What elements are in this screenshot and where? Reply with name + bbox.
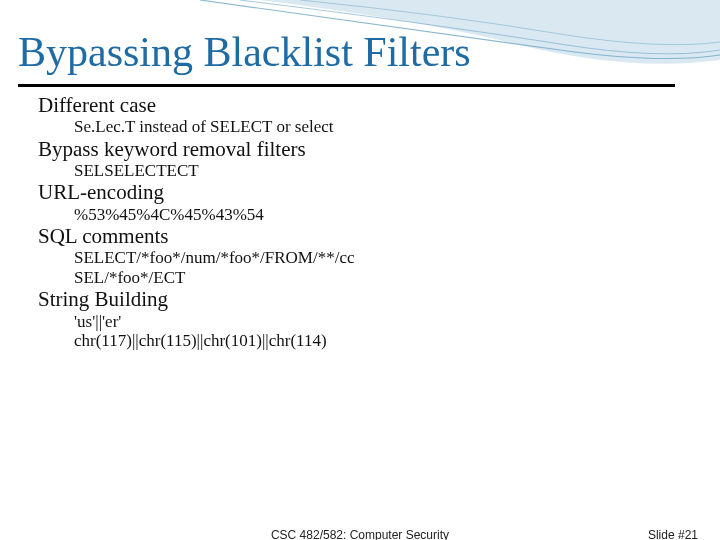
section-item: SELSELECTECT	[74, 161, 702, 181]
section-heading: Bypass keyword removal filters	[38, 137, 702, 161]
section-item: SEL/*foo*/ECT	[74, 268, 702, 288]
title-underline	[18, 84, 675, 87]
section-item: Se.Lec.T instead of SELECT or select	[74, 117, 702, 137]
section-heading: URL-encoding	[38, 180, 702, 204]
section-item: SELECT/*foo*/num/*foo*/FROM/**/cc	[74, 248, 702, 268]
footer-slide-number: Slide #21	[648, 528, 698, 540]
footer-course: CSC 482/582: Computer Security	[0, 528, 720, 540]
section-heading: String Building	[38, 287, 702, 311]
section-heading: SQL comments	[38, 224, 702, 248]
section-heading: Different case	[38, 93, 702, 117]
section-item: %53%45%4C%45%43%54	[74, 205, 702, 225]
section-item: 'us'||'er'	[74, 312, 702, 332]
slide-title: Bypassing Blacklist Filters	[18, 30, 702, 80]
section-item: chr(117)||chr(115)||chr(101)||chr(114)	[74, 331, 702, 351]
